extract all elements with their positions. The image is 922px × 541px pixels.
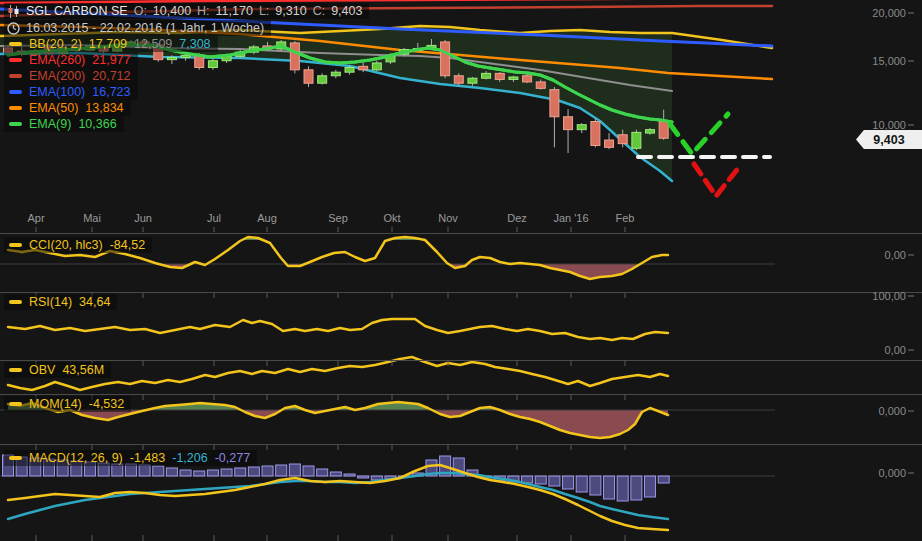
month-label: Okt	[383, 212, 400, 224]
legend-item-ema50[interactable]: EMA(50) 13,834	[4, 100, 131, 116]
legend-swatch	[9, 58, 22, 62]
ema200-label: EMA(200)	[29, 69, 85, 83]
close-value: 9,403	[331, 4, 362, 18]
ema260-label: EMA(260)	[29, 53, 85, 67]
rsi-label: RSI(14)	[29, 295, 72, 309]
close-label: C:	[313, 4, 326, 18]
ema100-label: EMA(100)	[29, 85, 85, 99]
legend-swatch	[9, 122, 22, 126]
macd-hist-value: -0,277	[215, 451, 250, 465]
month-label: Jun	[134, 212, 152, 224]
month-label: Feb	[616, 212, 635, 224]
macd-signal-value: -1,206	[172, 451, 207, 465]
chart-window: SGL CARBON SE O:10,400 H:11,170 L:9,310 …	[0, 0, 922, 541]
legend-swatch	[9, 402, 22, 406]
bb-middle-value: 12,509	[134, 37, 172, 51]
low-value: 9,310	[275, 4, 306, 18]
high-label: H:	[197, 4, 210, 18]
legend-item-ema260[interactable]: EMA(260) 21,977	[4, 52, 138, 68]
candlestick-chart-icon	[7, 5, 20, 18]
legend-item-ema9[interactable]: EMA(9) 10,366	[4, 116, 124, 132]
month-label: Sep	[328, 212, 348, 224]
obv-value: 43,56M	[62, 363, 104, 377]
obv-label: OBV	[29, 363, 55, 377]
legend-swatch	[9, 368, 22, 372]
ema100-value: 16,723	[92, 85, 130, 99]
ema200-value: 20,712	[92, 69, 130, 83]
month-label: Jan '16	[553, 212, 588, 224]
macd-value: -1,483	[130, 451, 165, 465]
legend-item-macd[interactable]: MACD(12, 26, 9) -1,483 -1,206 -0,277	[4, 450, 257, 466]
y-axis-label: 20,000	[872, 7, 906, 19]
bb-lower-value: 7,308	[179, 37, 210, 51]
y-axis-label: 0,00	[885, 344, 906, 356]
date-range: 16.03.2015 - 22.02.2016 (1 Jahr, 1 Woche…	[26, 21, 264, 35]
symbol-name: SGL CARBON SE	[26, 4, 128, 18]
last-price-tag: 9,403	[856, 130, 922, 149]
date-range-row: 16.03.2015 - 22.02.2016 (1 Jahr, 1 Woche…	[4, 20, 271, 36]
y-axis-label: 0,00	[885, 249, 906, 261]
y-axis-label: 100,00	[872, 290, 906, 302]
legend-item-cci[interactable]: CCI(20, hlc3) -84,52	[4, 237, 152, 253]
legend-item-bb[interactable]: BB(20, 2) 17,709 12,509 7,308	[4, 36, 218, 52]
indicator-panels	[0, 237, 775, 530]
bb-upper-value: 17,709	[89, 37, 127, 51]
high-value: 11,170	[216, 4, 253, 18]
legend-item-obv[interactable]: OBV 43,56M	[4, 362, 111, 378]
y-axis-label: 15,000	[872, 55, 906, 67]
macd-label: MACD(12, 26, 9)	[29, 451, 123, 465]
y-axis-label: 0,000	[878, 405, 906, 417]
ema9-label: EMA(9)	[29, 117, 71, 131]
open-label: O:	[134, 4, 147, 18]
low-label: L:	[259, 4, 269, 18]
open-value: 10,400	[153, 4, 191, 18]
y-axis-label: 10,000	[872, 119, 906, 131]
mom-label: MOM(14)	[29, 397, 82, 411]
month-label: Aug	[257, 212, 277, 224]
legend-item-ema100[interactable]: EMA(100) 16,723	[4, 84, 138, 100]
ema50-label: EMA(50)	[29, 101, 78, 115]
y-axis-label: 0,000	[878, 467, 906, 479]
ema9-value: 10,366	[78, 117, 116, 131]
legend-item-ema200[interactable]: EMA(200) 20,712	[4, 68, 138, 84]
ema260-value: 21,977	[92, 53, 130, 67]
mom-value: -4,532	[89, 397, 124, 411]
ema50-value: 13,834	[85, 101, 123, 115]
month-label: Mai	[83, 212, 101, 224]
month-label: Dez	[507, 212, 527, 224]
month-label: Apr	[27, 212, 44, 224]
bb-label: BB(20, 2)	[29, 37, 82, 51]
legend-item-mom[interactable]: MOM(14) -4,532	[4, 396, 131, 412]
legend-swatch	[9, 90, 22, 94]
legend-swatch	[9, 74, 22, 78]
clock-icon	[7, 22, 20, 35]
chart-header: SGL CARBON SE O:10,400 H:11,170 L:9,310 …	[4, 3, 369, 19]
legend-item-rsi[interactable]: RSI(14) 34,64	[4, 294, 117, 310]
cci-label: CCI(20, hlc3)	[29, 238, 103, 252]
legend-swatch	[9, 42, 22, 46]
month-label: Jul	[207, 212, 221, 224]
month-label: Nov	[438, 212, 458, 224]
legend-swatch	[9, 106, 22, 110]
legend-swatch	[9, 243, 22, 247]
cci-value: -84,52	[110, 238, 145, 252]
rsi-value: 34,64	[79, 295, 110, 309]
legend-swatch	[9, 456, 22, 460]
legend-swatch	[9, 300, 22, 304]
